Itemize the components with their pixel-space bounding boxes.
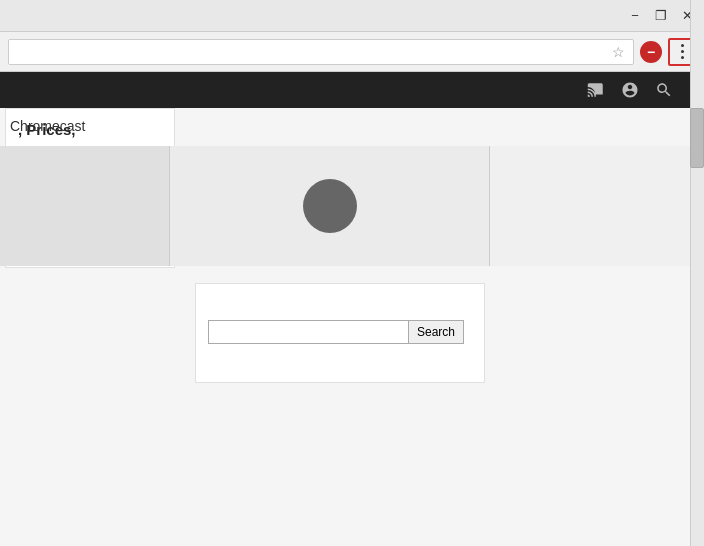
search-button[interactable]: Search [408,320,464,344]
minus-icon: − [647,44,655,60]
scrollbar-thumb[interactable] [690,108,704,168]
address-input-wrap[interactable]: ☆ [8,39,634,65]
site-title: Chromecast [10,118,85,134]
address-bar: ☆ − [0,32,704,72]
image-center [170,146,490,266]
search-row: Search [208,320,472,344]
image-right [490,146,690,266]
search-toolbar-icon[interactable] [650,76,678,104]
right-search-card: Search [195,283,485,383]
image-strip [0,146,690,266]
cast-toolbar-icon[interactable] [582,76,610,104]
image-left [0,146,170,266]
toolbar [0,72,704,108]
scrollbar[interactable] [690,0,704,546]
circle-graphic [303,179,357,233]
search-input[interactable] [208,320,408,344]
account-toolbar-icon[interactable] [616,76,644,104]
minimize-button[interactable]: − [622,3,648,29]
title-bar: − ❐ ✕ [0,0,704,32]
minimize-icon: − [631,8,639,23]
page-content: Chromecast , Prices, mments eloped by Go… [0,108,690,546]
three-dots-icon [681,44,684,59]
cast-indicator-icon[interactable]: − [640,41,662,63]
star-icon[interactable]: ☆ [609,43,627,61]
restore-icon: ❐ [655,8,667,23]
restore-button[interactable]: ❐ [648,3,674,29]
